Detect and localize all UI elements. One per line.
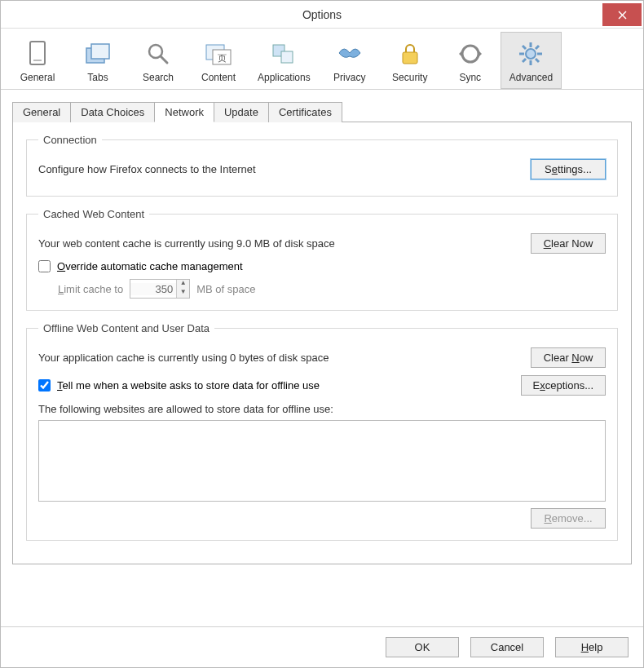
toolbar-sync-label: Sync: [459, 72, 481, 83]
cache-group: Cached Web Content Your web content cach…: [26, 208, 618, 311]
offline-clear-button[interactable]: Clear Now: [531, 347, 606, 368]
tell-me-checkbox[interactable]: [38, 379, 51, 392]
subtab-general[interactable]: General: [12, 102, 71, 122]
subtab-data-choices[interactable]: Data Choices: [70, 102, 155, 122]
search-icon: [143, 39, 173, 69]
subtab-certificates[interactable]: Certificates: [268, 102, 342, 122]
toolbar-search-label: Search: [143, 72, 174, 83]
ok-button[interactable]: OK: [386, 637, 459, 657]
offline-desc: Your application cache is currently usin…: [38, 352, 329, 364]
window-title: Options: [1, 8, 643, 21]
toolbar-advanced[interactable]: Advanced: [501, 32, 562, 89]
options-window: Options General Tabs Search 页: [0, 0, 644, 668]
cache-limit-spinner[interactable]: ▲ ▼: [130, 279, 190, 299]
advanced-subtabs: General Data Choices Network Update Cert…: [12, 101, 632, 122]
svg-text:页: 页: [218, 53, 227, 63]
svg-line-21: [523, 46, 526, 49]
limit-suffix: MB of space: [196, 283, 255, 295]
general-icon: [23, 39, 52, 69]
toolbar-privacy[interactable]: Privacy: [320, 32, 380, 89]
svg-rect-3: [33, 60, 42, 61]
svg-rect-5: [91, 44, 109, 59]
remove-button: Remove...: [531, 508, 606, 529]
override-cache-label[interactable]: Override automatic cache management: [57, 260, 243, 272]
gear-icon: [516, 39, 545, 69]
toolbar-tabs-label: Tabs: [87, 72, 108, 83]
svg-line-23: [536, 46, 539, 49]
toolbar-search[interactable]: Search: [128, 32, 188, 89]
toolbar-content[interactable]: 页 Content: [188, 32, 249, 89]
close-icon: [618, 11, 627, 20]
toolbar-security-label: Security: [392, 72, 427, 83]
svg-rect-13: [403, 52, 417, 64]
help-button[interactable]: Help: [555, 637, 629, 657]
limit-prefix: Limit cache to: [58, 283, 123, 295]
category-toolbar: General Tabs Search 页 Content Applicatio…: [1, 29, 643, 90]
connection-legend: Connection: [38, 134, 102, 146]
privacy-icon: [335, 39, 364, 69]
allowed-label: The following websites are allowed to st…: [38, 403, 606, 415]
connection-settings-button[interactable]: Settings...: [531, 159, 606, 179]
toolbar-tabs[interactable]: Tabs: [68, 32, 128, 89]
cancel-button[interactable]: Cancel: [470, 637, 544, 657]
connection-group: Connection Configure how Firefox connect…: [26, 134, 618, 197]
dialog-footer: OK Cancel Help: [1, 626, 643, 667]
close-button[interactable]: [602, 3, 642, 26]
network-panel: Connection Configure how Firefox connect…: [12, 122, 632, 564]
svg-line-24: [523, 59, 526, 62]
toolbar-applications[interactable]: Applications: [249, 32, 320, 89]
cache-limit-row: Limit cache to ▲ ▼ MB of space: [58, 279, 606, 299]
cache-clear-button[interactable]: Clear Now: [531, 233, 606, 254]
svg-point-16: [526, 49, 536, 59]
exceptions-button[interactable]: Exceptions...: [521, 375, 606, 396]
sync-icon: [456, 39, 485, 69]
content-area: General Data Choices Network Update Cert…: [1, 90, 643, 626]
svg-rect-12: [281, 51, 293, 63]
toolbar-sync[interactable]: Sync: [440, 32, 501, 89]
subtab-update[interactable]: Update: [214, 102, 269, 122]
toolbar-advanced-label: Advanced: [509, 72, 553, 83]
applications-icon: [269, 39, 298, 69]
toolbar-security[interactable]: Security: [380, 32, 440, 89]
tabs-icon: [83, 39, 112, 69]
toolbar-general-label: General: [20, 72, 55, 83]
connection-desc: Configure how Firefox connects to the In…: [38, 163, 256, 175]
cache-legend: Cached Web Content: [38, 208, 149, 220]
security-icon: [395, 39, 425, 69]
offline-group: Offline Web Content and User Data Your a…: [26, 322, 618, 541]
override-cache-checkbox[interactable]: [38, 260, 51, 272]
content-icon: 页: [204, 39, 233, 69]
toolbar-applications-label: Applications: [258, 72, 311, 83]
toolbar-content-label: Content: [201, 72, 236, 83]
offline-websites-list[interactable]: [38, 420, 606, 502]
subtab-network[interactable]: Network: [154, 102, 214, 122]
cache-limit-input[interactable]: [130, 283, 176, 295]
svg-marker-15: [459, 51, 462, 57]
svg-line-7: [161, 56, 167, 63]
spinner-down[interactable]: ▼: [177, 289, 189, 298]
cache-desc: Your web content cache is currently usin…: [38, 237, 335, 250]
toolbar-general[interactable]: General: [7, 32, 68, 89]
titlebar: Options: [1, 1, 643, 29]
offline-legend: Offline Web Content and User Data: [38, 322, 214, 334]
tell-me-label[interactable]: Tell me when a website asks to store dat…: [57, 379, 320, 392]
svg-line-22: [536, 59, 539, 62]
toolbar-privacy-label: Privacy: [333, 72, 365, 83]
